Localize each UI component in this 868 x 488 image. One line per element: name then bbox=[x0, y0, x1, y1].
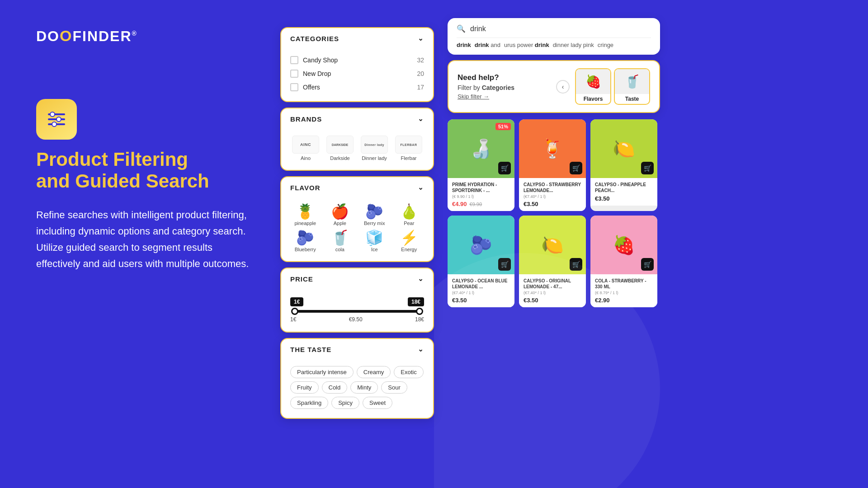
brand-name-2: Dinner lady bbox=[362, 155, 387, 161]
brand-name-0: Aino bbox=[301, 155, 311, 161]
add-to-cart-1[interactable]: 🛒 bbox=[570, 162, 582, 174]
product-name-4: CALYPSO - ORIGINAL LEMONADE - 47... bbox=[524, 278, 581, 290]
price-header[interactable]: PRICE ⌄ bbox=[281, 268, 433, 289]
category-checkbox-0[interactable] bbox=[290, 56, 298, 64]
search-bar: 🔍 drink bbox=[457, 24, 651, 38]
guided-text: Need help? Filter by Categories Skip fil… bbox=[458, 73, 551, 100]
product-price-2: €3.50 bbox=[595, 195, 610, 202]
product-sub-4: (€7.40* / 1 l) bbox=[524, 291, 581, 295]
search-sugg-2[interactable]: urus power drink bbox=[504, 42, 549, 48]
flavor-energy[interactable]: ⚡ Energy bbox=[394, 230, 425, 252]
product-info-2: CALYPSO - PINEAPPLE PEACH... €3.50 bbox=[590, 178, 657, 206]
svg-point-4 bbox=[57, 117, 61, 122]
search-sugg-4[interactable]: cringe bbox=[598, 42, 613, 48]
search-sugg-1[interactable]: drink and bbox=[475, 42, 500, 48]
add-to-cart-4[interactable]: 🛒 bbox=[570, 258, 582, 271]
product-info-1: CALYPSO - STRAWBERRY LEMONADE... (€7.40*… bbox=[519, 178, 586, 211]
taste-body: Particularly intense Creamy Exotic Fruit… bbox=[281, 360, 433, 418]
product-card-3[interactable]: 🫐 🛒 CALYPSO - OCEAN BLUE LEMONADE ... (€… bbox=[448, 216, 514, 307]
ice-icon: 🧊 bbox=[365, 230, 383, 245]
flavor-ice[interactable]: 🧊 Ice bbox=[359, 230, 390, 252]
taste-tag-5[interactable]: Minty bbox=[350, 381, 378, 394]
product-card-5[interactable]: 🍓 🛒 COLA - STRAWBERRY - 330 ML (€ 8.79* … bbox=[590, 216, 657, 307]
taste-header[interactable]: THE TASTE ⌄ bbox=[281, 339, 433, 360]
search-sugg-3[interactable]: dinner lady pink bbox=[553, 42, 594, 48]
brand-item-2[interactable]: Dinner lady Dinner lady bbox=[359, 136, 390, 161]
search-query[interactable]: drink bbox=[470, 25, 486, 33]
taste-tag-8[interactable]: Spicy bbox=[331, 397, 359, 409]
search-icon: 🔍 bbox=[457, 24, 466, 33]
taste-tag-2[interactable]: Exotic bbox=[394, 366, 423, 378]
search-sugg-0[interactable]: drink bbox=[457, 42, 471, 48]
price-slider-track[interactable] bbox=[292, 310, 422, 313]
guided-subtitle: Filter by Categories bbox=[458, 84, 551, 91]
add-to-cart-2[interactable]: 🛒 bbox=[641, 162, 654, 174]
logo: DOOFINDER® bbox=[36, 27, 253, 45]
flavor-blueberry[interactable]: 🫐 Blueberry bbox=[290, 230, 321, 252]
price-title: PRICE bbox=[290, 275, 313, 283]
category-count-0: 32 bbox=[417, 56, 424, 64]
apple-icon: 🍎 bbox=[331, 204, 349, 219]
add-to-cart-3[interactable]: 🛒 bbox=[498, 258, 511, 271]
product-card-0[interactable]: 🍶 51% 🛒 PRIME HYDRATION - SPORTDRINK - .… bbox=[448, 119, 514, 211]
guided-filter-flavors[interactable]: 🍓 Flavors bbox=[575, 68, 611, 105]
taste-tag-3[interactable]: Fruity bbox=[290, 381, 319, 394]
taste-tag-1[interactable]: Creamy bbox=[357, 366, 391, 378]
price-thumb-min[interactable] bbox=[291, 308, 298, 315]
flavor-label-2: Berry mix bbox=[364, 221, 385, 226]
product-card-1[interactable]: 🍹 🛒 CALYPSO - STRAWBERRY LEMONADE... (€7… bbox=[519, 119, 586, 211]
blueberry-icon: 🫐 bbox=[296, 230, 314, 245]
product-card-2[interactable]: 🍋 🛒 CALYPSO - PINEAPPLE PEACH... €3.50 bbox=[590, 119, 657, 211]
category-checkbox-1[interactable] bbox=[290, 70, 298, 78]
product-card-4[interactable]: 🍋 🛒 CALYPSO - ORIGINAL LEMONADE - 47... … bbox=[519, 216, 586, 307]
flavor-cola[interactable]: 🥤 cola bbox=[325, 230, 355, 252]
taste-tag-4[interactable]: Cold bbox=[322, 381, 348, 394]
taste-chevron-icon: ⌄ bbox=[418, 345, 424, 353]
flavor-berry[interactable]: 🫐 Berry mix bbox=[359, 204, 390, 226]
price-labels-top: 1€ 18€ bbox=[290, 297, 424, 306]
guided-prev-button[interactable]: ‹ bbox=[556, 80, 570, 94]
flavor-label-1: Apple bbox=[334, 221, 346, 226]
price-thumb-max[interactable] bbox=[416, 308, 423, 315]
add-to-cart-0[interactable]: 🛒 bbox=[498, 162, 511, 174]
flavor-header[interactable]: FLAVOR ⌄ bbox=[281, 177, 433, 198]
flavor-apple[interactable]: 🍎 Apple bbox=[325, 204, 355, 226]
brands-body: AINC Aino DARKSIDE Darkside Dinner lady … bbox=[281, 129, 433, 170]
brand-item-0[interactable]: AINC Aino bbox=[290, 136, 321, 161]
flavor-body: 🍍 pineapple 🍎 Apple 🫐 Berry mix 🍐 Pear 🫐 bbox=[281, 198, 433, 261]
flavor-pear[interactable]: 🍐 Pear bbox=[394, 204, 425, 226]
add-to-cart-5[interactable]: 🛒 bbox=[641, 258, 654, 271]
taste-tag-6[interactable]: Sour bbox=[381, 381, 407, 394]
taste-tag-0[interactable]: Particularly intense bbox=[290, 366, 354, 378]
guided-skip[interactable]: Skip filter → bbox=[458, 93, 551, 100]
category-checkbox-2[interactable] bbox=[290, 83, 298, 91]
category-name-2: Offers bbox=[303, 84, 320, 91]
brand-item-1[interactable]: DARKSIDE Darkside bbox=[325, 136, 355, 161]
brand-logo-2: Dinner lady bbox=[361, 136, 388, 154]
brand-name-3: Flerbar bbox=[401, 155, 417, 161]
category-count-1: 20 bbox=[417, 70, 424, 77]
taste-tag-9[interactable]: Sweet bbox=[363, 397, 392, 409]
brands-grid: AINC Aino DARKSIDE Darkside Dinner lady … bbox=[290, 134, 424, 163]
guided-filter-taste[interactable]: 🥤 Taste bbox=[614, 68, 650, 105]
flavor-pineapple[interactable]: 🍍 pineapple bbox=[290, 204, 321, 226]
filter-sliders-icon bbox=[45, 108, 68, 131]
berry-icon: 🫐 bbox=[365, 204, 383, 219]
product-prices-4: €3.50 bbox=[524, 297, 581, 304]
taste-card: THE TASTE ⌄ Particularly intense Creamy … bbox=[280, 338, 434, 419]
product-sub-3: (€7.40* / 1 l) bbox=[452, 291, 510, 295]
taste-tag-7[interactable]: Sparkling bbox=[290, 397, 328, 409]
product-info-4: CALYPSO - ORIGINAL LEMONADE - 47... (€7.… bbox=[519, 274, 586, 307]
brand-item-3[interactable]: FLERBAR Flerbar bbox=[393, 136, 424, 161]
feature-description: Refine searches with intelligent product… bbox=[36, 207, 253, 272]
price-range: 1€ 18€ 1€ €9.50 18€ bbox=[290, 294, 424, 324]
middle-panel: CATEGORIES ⌄ Candy Shop 32 New Drop 20 bbox=[280, 0, 434, 488]
svg-point-5 bbox=[52, 122, 57, 127]
product-price-3: €3.50 bbox=[452, 297, 467, 304]
categories-header[interactable]: CATEGORIES ⌄ bbox=[281, 28, 433, 49]
product-price-4: €3.50 bbox=[524, 297, 538, 304]
price-max-badge: 18€ bbox=[408, 297, 424, 306]
price-mid-label: €9.50 bbox=[349, 316, 363, 323]
brands-header[interactable]: BRANDS ⌄ bbox=[281, 108, 433, 129]
product-info-3: CALYPSO - OCEAN BLUE LEMONADE ... (€7.40… bbox=[448, 274, 514, 307]
